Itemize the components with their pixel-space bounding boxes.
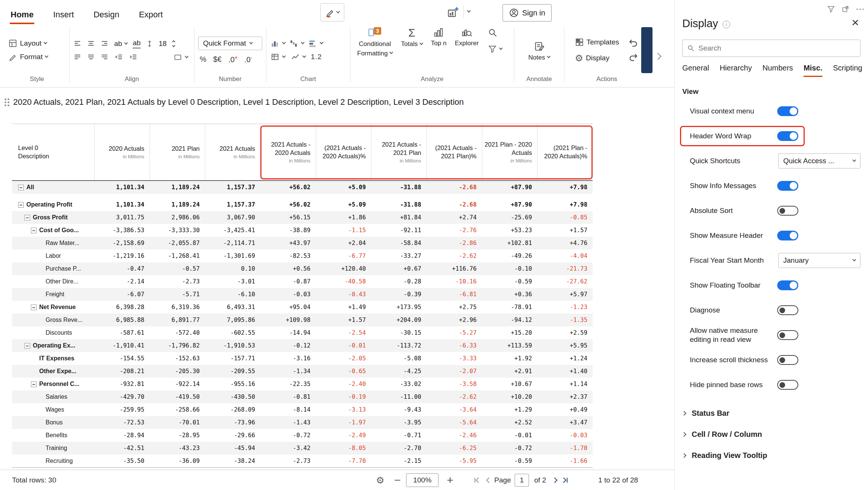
section-status-bar[interactable]: Status Bar <box>682 403 860 424</box>
section-cell-row-column[interactable]: Cell / Row / Column <box>682 424 860 445</box>
indent-icon[interactable] <box>128 53 138 61</box>
templates-button[interactable]: Templates <box>575 38 619 47</box>
quick-format-dropdown[interactable]: Quick Format <box>198 37 262 50</box>
table-row[interactable]: Training-42.51-43.23-45.94-3.42-8.05-2.7… <box>12 442 593 455</box>
display-button[interactable]: ⚙ Display <box>575 54 619 63</box>
close-icon[interactable]: × <box>851 16 859 29</box>
percent-format-button[interactable]: % <box>200 55 206 64</box>
table-row[interactable]: Other Dire...-2.14-2.73-3.01-0.87-40.58-… <box>12 275 593 288</box>
table-row[interactable]: Cost of Goo...-3,386.53-3,333.30-3,425.4… <box>12 224 593 237</box>
cell-border-button[interactable] <box>173 53 188 61</box>
panel-tab-scripting[interactable]: Scripting <box>833 64 862 77</box>
toggle-switch[interactable] <box>777 380 798 390</box>
table-row[interactable]: Operating Ex...-1,910.41-1,796.82-1,910.… <box>12 339 593 352</box>
table-row[interactable]: Recruiting-35.50-36.09-38.24-2.73-7.70-2… <box>12 455 593 467</box>
column-header[interactable]: (2021 Actuals - 2020 Actuals)% <box>316 124 371 180</box>
add-visual-button[interactable] <box>447 5 470 18</box>
column-header[interactable]: 2021 Actualsin Millions <box>205 124 260 180</box>
bar-chart-button[interactable] <box>308 39 323 48</box>
format-button[interactable]: Format <box>8 52 66 61</box>
table-row[interactable]: Discounts-587.61-572.40-602.55-14.94-2.5… <box>12 326 593 339</box>
abbreviate-button[interactable]: ab <box>114 40 127 48</box>
column-header[interactable]: 2021 Actuals - 2021 Planin Millions <box>371 124 426 180</box>
toggle-switch[interactable] <box>777 330 798 340</box>
zoom-level[interactable]: 100% <box>406 473 439 487</box>
toggle-switch[interactable] <box>777 280 798 290</box>
toggle-switch[interactable] <box>777 106 798 116</box>
table-row[interactable]: Purchase P...-0.47-0.570.10+0.56+120.40+… <box>12 262 593 275</box>
edit-mode-button[interactable] <box>320 3 344 21</box>
drag-handle-icon[interactable] <box>5 98 6 100</box>
column-header[interactable]: Level 0 Description <box>12 124 94 180</box>
collapse-icon[interactable] <box>24 343 30 349</box>
popout-icon[interactable] <box>841 5 850 13</box>
filter-icon[interactable] <box>827 5 835 13</box>
toggle-switch[interactable] <box>777 181 798 191</box>
table-row[interactable]: Net Revenue6,398.286,319.366,493.31+95.0… <box>12 301 593 314</box>
last-page-button[interactable] <box>561 476 570 484</box>
table-row[interactable]: Gross Reve...6,985.886,891.777,095.86+10… <box>12 314 593 326</box>
remove-decimal-button[interactable]: .0- <box>244 55 252 64</box>
totals-button[interactable]: Σ Totals <box>398 26 425 48</box>
first-page-button[interactable] <box>472 476 481 484</box>
align-left-icon[interactable] <box>73 53 82 61</box>
filter-button[interactable] <box>488 44 502 54</box>
column-header[interactable]: (2021 Actuals - 2021 Plan)% <box>426 124 482 180</box>
chevron-down-icon[interactable] <box>467 9 471 13</box>
waterfall-chart-button[interactable] <box>289 39 304 48</box>
search-input[interactable] <box>698 44 856 52</box>
outdent-icon[interactable] <box>114 53 123 61</box>
column-header[interactable]: 2021 Plan - 2020 Actualsin Millions <box>482 124 537 180</box>
previous-page-button[interactable] <box>484 476 492 484</box>
toggle-switch[interactable] <box>777 131 798 141</box>
font-size-value[interactable]: 18 <box>159 40 167 48</box>
more-options-icon[interactable]: ⋯ <box>856 5 865 14</box>
toggle-switch[interactable] <box>777 305 798 315</box>
align-top-icon[interactable] <box>73 40 82 48</box>
column-header[interactable]: (2021 Plan - 2020 Actuals)% <box>537 124 593 180</box>
page-number-input[interactable]: 1 <box>515 474 529 487</box>
undo-icon[interactable] <box>628 39 639 48</box>
collapse-icon[interactable] <box>18 202 24 208</box>
table-row[interactable]: IT Expenses-154.55-152.63-157.71-3.16-2.… <box>12 352 593 365</box>
table-row[interactable]: Bonus-72.53-70.01-73.96-1.43-1.97-3.95-5… <box>12 416 593 429</box>
column-header[interactable]: 2021 Planin Millions <box>150 124 205 180</box>
table-row[interactable]: Raw Mater...-2,158.69-2,055.87-2,114.71+… <box>12 237 593 250</box>
table-row[interactable]: Operating Profit1,101.341,189.241,157.37… <box>12 198 593 211</box>
notes-button[interactable]: Notes <box>525 39 553 61</box>
align-middle-icon[interactable] <box>87 40 95 48</box>
align-bottom-icon[interactable] <box>101 40 109 48</box>
table-row[interactable]: Benefits-28.94-28.95-29.66-0.72-2.49-0.7… <box>12 429 593 442</box>
toggle-switch[interactable] <box>777 206 798 216</box>
collapse-icon[interactable] <box>24 215 30 220</box>
panel-tab-misc[interactable]: Misc. <box>804 64 822 77</box>
align-right-icon[interactable] <box>101 53 109 61</box>
tab-insert[interactable]: Insert <box>52 5 75 24</box>
table-row[interactable]: Other Expe...-208.21-205.30-209.55-1.34-… <box>12 365 593 378</box>
line-chart-button[interactable] <box>290 52 306 61</box>
currency-format-button[interactable]: $€ <box>213 55 222 64</box>
align-center-icon[interactable] <box>87 53 95 61</box>
collapse-icon[interactable] <box>31 305 37 310</box>
table-row[interactable]: All1,101.341,189.241,157.37+56.02+5.09-3… <box>12 181 593 194</box>
toggle-switch[interactable] <box>777 355 798 365</box>
panel-tab-hierarchy[interactable]: Hierarchy <box>720 64 752 77</box>
info-icon[interactable]: i <box>723 21 730 28</box>
conditional-formatting-button[interactable]: 3 Conditional Formatting <box>354 26 396 57</box>
toggle-switch[interactable] <box>777 231 798 240</box>
collapse-icon[interactable] <box>31 228 37 233</box>
sign-in-button[interactable]: Sign in <box>503 4 552 21</box>
table-row[interactable]: Freight-6.07-5.71-6.10-0.03-0.43-0.39-6.… <box>12 288 593 301</box>
add-decimal-button[interactable]: .0+ <box>228 55 237 64</box>
top-n-button[interactable]: Top n <box>428 26 450 47</box>
next-page-button[interactable] <box>552 476 560 484</box>
font-size-stepper[interactable] <box>173 41 175 47</box>
dropdown-select[interactable]: Quick Access ... <box>778 153 860 168</box>
tab-export[interactable]: Export <box>138 5 164 24</box>
column-chart-button[interactable] <box>270 39 285 48</box>
collapse-icon[interactable] <box>31 381 37 387</box>
tab-design[interactable]: Design <box>93 5 120 24</box>
column-header[interactable]: 2021 Actuals - 2020 Actualsin Millions <box>260 124 316 180</box>
column-header[interactable]: 2020 Actualsin Millions <box>94 124 150 180</box>
panel-expand-chevron[interactable] <box>656 54 660 60</box>
